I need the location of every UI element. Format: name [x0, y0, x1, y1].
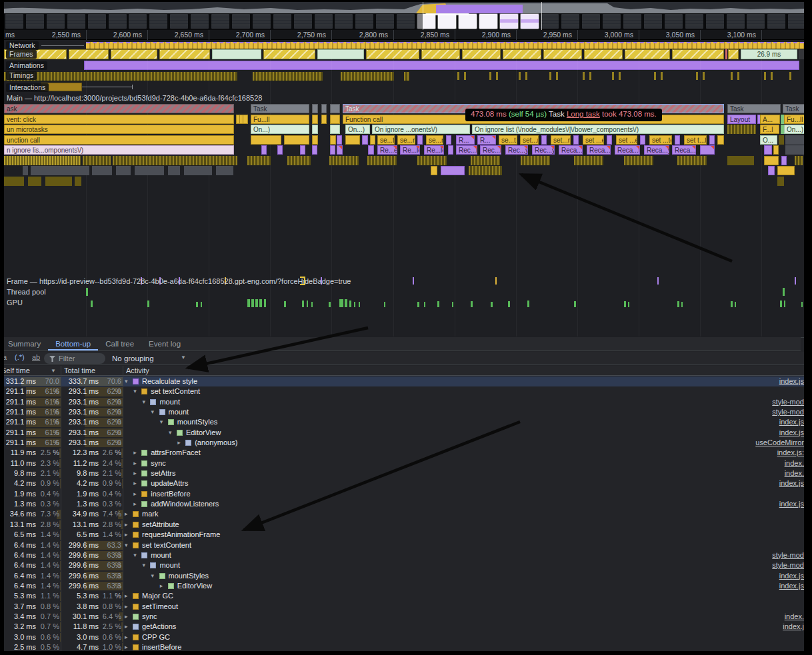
flame-segment[interactable]: set...nt — [551, 135, 571, 145]
gpu-activity-tick[interactable] — [731, 301, 733, 307]
flame-segment[interactable] — [251, 135, 281, 145]
flame-segment[interactable]: vent: click — [4, 115, 234, 124]
flame-segment[interactable]: se...t — [499, 135, 517, 145]
flame-segment[interactable] — [135, 166, 164, 175]
gpu-activity-tick[interactable] — [780, 301, 782, 307]
timing-tick[interactable] — [612, 72, 614, 80]
flame-segment[interactable]: se...t — [377, 135, 395, 145]
timing-tick[interactable] — [549, 72, 551, 80]
expand-closed-icon[interactable]: ▸ — [133, 458, 137, 468]
flame-segment[interactable] — [321, 115, 327, 124]
flame-segment[interactable] — [284, 135, 309, 145]
flame-segment[interactable] — [92, 166, 112, 175]
frame-duration-segment[interactable] — [672, 49, 724, 59]
timing-tick[interactable] — [731, 72, 733, 80]
flame-segment[interactable]: set t...tent — [684, 135, 707, 145]
frame-duration-segment[interactable] — [625, 49, 670, 59]
source-link[interactable]: index. — [785, 612, 804, 622]
flame-segment[interactable] — [337, 135, 342, 145]
whole-word-icon[interactable]: ab — [32, 353, 40, 361]
flame-segment[interactable]: set ...ent — [583, 135, 604, 145]
table-row[interactable]: 13.1 ms2.8 %13.1 ms2.8 %▸setAttribute — [4, 520, 804, 530]
flame-segment[interactable] — [777, 177, 784, 186]
timing-tick[interactable] — [489, 72, 491, 80]
flame-segment[interactable] — [469, 166, 502, 175]
flame-segment[interactable] — [448, 145, 453, 155]
flame-segment[interactable] — [727, 156, 754, 165]
expand-open-icon[interactable]: ▾ — [142, 560, 145, 570]
timing-tick[interactable] — [457, 72, 459, 80]
flame-segment[interactable] — [574, 156, 603, 165]
table-row[interactable]: 1.3 ms0.3 %1.3 ms0.3 %▸addWindowListener… — [4, 499, 804, 509]
timing-tick[interactable] — [696, 72, 698, 80]
table-row[interactable]: 2.5 ms0.5 %4.7 ms1.0 %▸insertBefore — [4, 642, 804, 651]
flame-segment[interactable]: Task — [783, 104, 804, 113]
source-link[interactable]: index. — [785, 468, 804, 478]
gpu-activity-tick[interactable] — [339, 299, 343, 307]
flame-segment[interactable]: ask — [4, 104, 234, 113]
timing-tick[interactable] — [619, 72, 621, 80]
timing-block[interactable] — [253, 72, 323, 81]
expand-closed-icon[interactable]: ▸ — [125, 632, 128, 642]
track-label-gpu[interactable]: GPU — [7, 298, 23, 308]
flame-segment[interactable]: Reca...tyle — [615, 145, 640, 155]
frame-duration-segment[interactable] — [317, 49, 364, 59]
gpu-activity-tick[interactable] — [417, 302, 419, 307]
source-link[interactable]: style-mod — [772, 397, 804, 407]
flame-segment[interactable] — [573, 135, 579, 145]
expand-open-icon[interactable]: ▾ — [125, 540, 128, 550]
flame-segment[interactable]: On ignore list (\/node_modules\/|\/bower… — [472, 125, 724, 134]
source-link[interactable]: index.j — [783, 622, 804, 632]
flame-segment[interactable] — [330, 135, 336, 145]
flame-segment[interactable] — [362, 135, 368, 145]
frame-duration-segment[interactable] — [212, 49, 261, 59]
frame-duration-segment[interactable] — [543, 49, 582, 59]
cpu-overview-minimap[interactable] — [4, 2, 804, 13]
flame-segment[interactable]: Rec...le — [456, 145, 477, 155]
flame-segment[interactable]: set ...ent — [616, 135, 637, 145]
gpu-activity-tick[interactable] — [349, 301, 351, 307]
expand-open-icon[interactable]: ▾ — [169, 428, 172, 438]
flame-segment[interactable] — [116, 166, 131, 175]
selection-handle-right[interactable] — [541, 2, 542, 30]
track-label-frames[interactable]: Frames — [6, 50, 37, 59]
expand-closed-icon[interactable]: ▸ — [125, 602, 128, 612]
track-label-main[interactable]: Main — http://localhost:3000/projects/bd… — [7, 93, 262, 103]
source-link[interactable]: index.js — [779, 417, 804, 427]
table-row[interactable]: 6.4 ms1.4 %299.6 ms63.3 %▾mountStylesind… — [4, 571, 804, 581]
flame-segment[interactable] — [370, 135, 375, 145]
screenshot-thumbnail[interactable] — [479, 14, 497, 29]
flame-segment[interactable] — [321, 104, 327, 113]
frame-duration-segment[interactable] — [728, 49, 739, 59]
tab-call-tree[interactable]: Call tree — [98, 337, 141, 350]
flame-segment[interactable] — [337, 145, 343, 155]
source-link[interactable]: index.js — [779, 581, 804, 591]
flame-segment[interactable] — [779, 135, 784, 145]
flame-segment[interactable]: Reca...yle — [672, 145, 696, 155]
flame-segment[interactable] — [75, 177, 81, 186]
flame-segment[interactable] — [312, 135, 318, 145]
flame-segment[interactable] — [446, 135, 451, 145]
selection-grip[interactable] — [425, 13, 469, 15]
tab-summary[interactable]: Summary — [4, 337, 48, 350]
expand-closed-icon[interactable]: ▸ — [177, 438, 181, 448]
flame-segment[interactable] — [700, 145, 715, 155]
flame-segment[interactable] — [4, 156, 81, 165]
threadpool-activity-tick[interactable] — [783, 288, 785, 296]
track-label-network[interactable]: Network — [6, 41, 39, 50]
gpu-activity-tick[interactable] — [471, 301, 473, 307]
flame-segment[interactable]: R... — [456, 135, 475, 145]
expand-open-icon[interactable]: ▾ — [151, 571, 155, 581]
flame-segment[interactable] — [785, 135, 804, 145]
table-row[interactable]: 6.4 ms1.4 %299.6 ms63.3 %▸EditorViewinde… — [4, 581, 804, 591]
regex-icon[interactable]: (.*) — [15, 353, 25, 361]
flame-segment[interactable] — [330, 104, 340, 113]
gpu-activity-tick[interactable] — [259, 299, 262, 307]
timing-tick[interactable] — [464, 72, 466, 80]
flame-segment[interactable] — [777, 166, 795, 175]
flame-segment[interactable] — [675, 135, 680, 145]
frame-duration-segment[interactable] — [503, 49, 541, 59]
gpu-activity-tick[interactable] — [424, 302, 425, 307]
source-link[interactable]: index.js — [779, 376, 804, 386]
frame-duration-segment[interactable] — [366, 49, 419, 59]
